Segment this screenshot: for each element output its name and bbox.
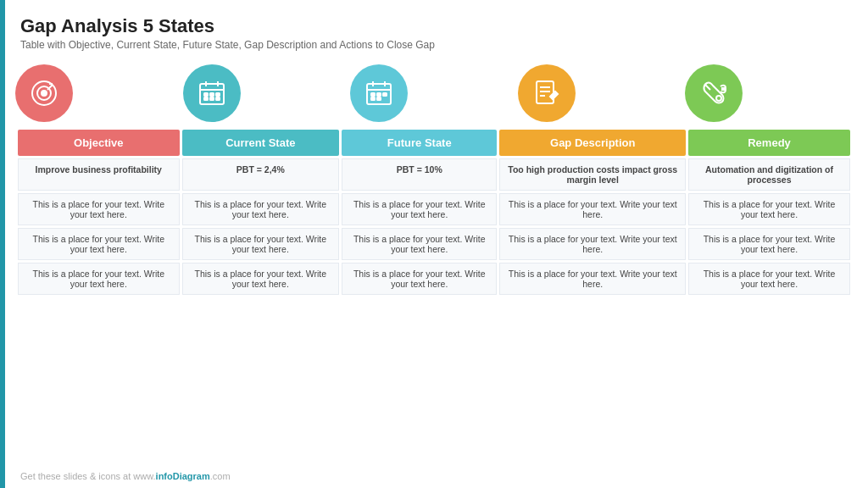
col-header-objective: Objective [18, 130, 180, 156]
svg-line-28 [705, 85, 710, 90]
highlight-remedy: Automation and digitization of processes [688, 158, 850, 191]
svg-rect-18 [371, 93, 375, 96]
remedy-icon-circle [685, 64, 743, 122]
svg-point-2 [42, 91, 47, 96]
table-row: This is a place for your text. Write you… [18, 263, 850, 295]
highlight-current: PBT = 2,4% [182, 158, 339, 191]
col-header-current: Current State [182, 130, 339, 156]
placeholder-cell: This is a place for your text. Write you… [688, 193, 850, 225]
svg-rect-11 [204, 97, 208, 100]
placeholder-cell: This is a place for your text. Write you… [182, 228, 339, 260]
icon-col-remedy [685, 64, 853, 122]
svg-rect-9 [210, 93, 214, 96]
table-row: This is a place for your text. Write you… [18, 193, 850, 225]
svg-rect-10 [216, 93, 220, 96]
placeholder-cell: This is a place for your text. Write you… [342, 193, 497, 225]
page-header: Gap Analysis 5 States Table with Objecti… [0, 0, 868, 56]
col-header-future: Future State [342, 130, 497, 156]
table-header-row: Objective Current State Future State Gap… [18, 130, 850, 156]
col-header-gap: Gap Description [499, 130, 686, 156]
tools-icon [698, 78, 729, 108]
svg-rect-13 [216, 97, 220, 100]
icon-col-current [183, 64, 351, 122]
icons-row [15, 64, 853, 122]
col-header-remedy: Remedy [688, 130, 850, 156]
future-icon-circle [350, 64, 408, 122]
main-content: Objective Current State Future State Gap… [0, 64, 868, 297]
highlight-row: Improve business profitability PBT = 2,4… [18, 158, 850, 191]
calendar-icon [197, 78, 227, 108]
svg-rect-22 [377, 97, 381, 100]
svg-rect-21 [371, 97, 375, 100]
svg-rect-20 [383, 93, 387, 96]
placeholder-cell: This is a place for your text. Write you… [499, 228, 686, 260]
placeholder-cell: This is a place for your text. Write you… [499, 193, 686, 225]
icon-col-objective [15, 64, 183, 122]
svg-rect-8 [204, 93, 208, 96]
gap-table: Objective Current State Future State Gap… [15, 127, 853, 297]
current-icon-circle [183, 64, 241, 122]
placeholder-cell: This is a place for your text. Write you… [18, 228, 180, 260]
placeholder-cell: This is a place for your text. Write you… [499, 263, 686, 295]
svg-point-29 [716, 96, 721, 101]
highlight-objective: Improve business profitability [18, 158, 180, 191]
page-subtitle: Table with Objective, Current State, Fut… [20, 39, 848, 51]
calendar-future-icon [364, 78, 394, 108]
placeholder-cell: This is a place for your text. Write you… [18, 263, 180, 295]
accent-bar [0, 0, 5, 488]
svg-rect-19 [377, 93, 381, 96]
highlight-gap: Too high production costs impact gross m… [499, 158, 686, 191]
placeholder-cell: This is a place for your text. Write you… [688, 263, 850, 295]
page-title: Gap Analysis 5 States [20, 15, 848, 37]
table-row: This is a place for your text. Write you… [18, 228, 850, 260]
placeholder-cell: This is a place for your text. Write you… [18, 193, 180, 225]
placeholder-cell: This is a place for your text. Write you… [342, 263, 497, 295]
footer-suffix: .com [210, 471, 231, 481]
footer: Get these slides & icons at www.infoDiag… [20, 471, 231, 481]
placeholder-cell: This is a place for your text. Write you… [182, 263, 339, 295]
icon-col-gap [518, 64, 686, 122]
gap-icon-circle [518, 64, 576, 122]
placeholder-cell: This is a place for your text. Write you… [342, 228, 497, 260]
footer-text: Get these slides & icons at www. [20, 471, 156, 481]
objective-icon-circle [15, 64, 73, 122]
icon-col-future [350, 64, 518, 122]
footer-brand: infoDiagram [156, 471, 210, 481]
target-icon [29, 78, 59, 108]
document-edit-icon [531, 78, 562, 108]
svg-rect-12 [210, 97, 214, 100]
highlight-future: PBT = 10% [342, 158, 497, 191]
placeholder-cell: This is a place for your text. Write you… [182, 193, 339, 225]
placeholder-cell: This is a place for your text. Write you… [688, 228, 850, 260]
